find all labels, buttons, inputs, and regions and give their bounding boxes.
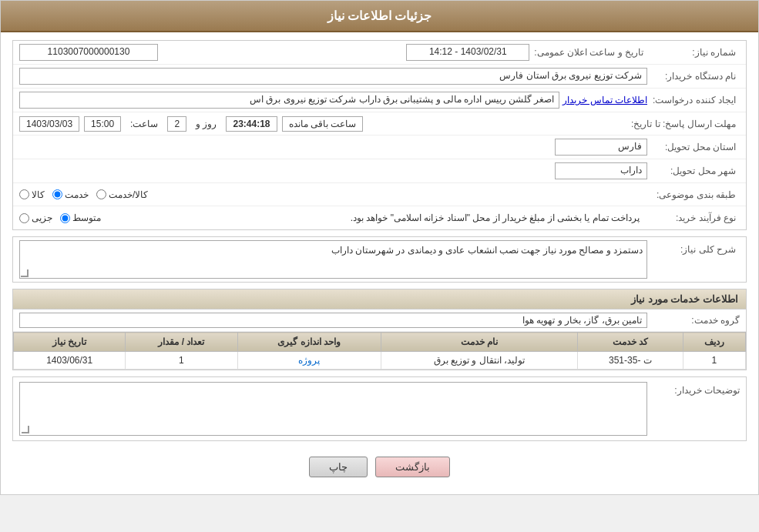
procurement-label: نوع فرآیند خرید: — [647, 212, 740, 223]
col-service-code: کد خدمت — [577, 333, 683, 352]
creator-row: ایجاد کننده درخواست: اطلاعات تماس خریدار… — [13, 89, 746, 112]
table-cell-0: 1 — [683, 352, 745, 370]
need-number-row: شماره نیاز: تاریخ و ساعت اعلان عمومی: 14… — [13, 41, 746, 65]
category-khedmat-label: خدمت — [65, 189, 89, 200]
back-button[interactable]: بازگشت — [375, 457, 450, 477]
deadline-time: 15:00 — [84, 116, 121, 132]
city-value: داراب — [555, 162, 647, 179]
services-table: ردیف کد خدمت نام خدمت واحد اندازه گیری ت… — [13, 332, 746, 370]
resize-handle[interactable] — [21, 269, 29, 277]
category-kala-radio[interactable] — [19, 189, 29, 199]
category-khedmat-radio[interactable] — [52, 189, 62, 199]
category-kala-label: کالا — [32, 189, 45, 200]
table-cell-4: 1 — [126, 352, 237, 370]
buyer-desc-content: توضیحات خریدار: — [13, 377, 746, 440]
category-label: طبقه بندی موضوعی: — [647, 189, 740, 200]
buyer-desc-box[interactable] — [19, 382, 647, 436]
need-desc-label: شرح کلی نیاز: — [647, 240, 740, 255]
city-row: شهر محل تحویل: داراب — [13, 159, 746, 183]
services-section: اطلاعات خدمات مورد نیاز گروه خدمت: تامین… — [12, 289, 747, 370]
need-number-value: 1103007000000130 — [19, 44, 158, 61]
table-row: 1ت -35-351تولید، انتقال و توزیع برقپروژه… — [14, 352, 746, 370]
province-value: فارس — [555, 139, 647, 156]
services-header: اطلاعات خدمات مورد نیاز — [13, 289, 746, 309]
announce-label: تاریخ و ساعت اعلان عمومی: — [534, 47, 647, 58]
service-group-row: گروه خدمت: تامین برق، گاز، بخار و تهویه … — [13, 309, 746, 332]
time-label: ساعت: — [126, 117, 163, 131]
deadline-row: مهلت ارسال پاسخ: تا تاریخ: ساعت باقی مان… — [13, 112, 746, 136]
main-info-section: شماره نیاز: تاریخ و ساعت اعلان عمومی: 14… — [12, 40, 747, 230]
col-service-name: نام خدمت — [381, 333, 577, 352]
deadline-remaining-label: ساعت باقی مانده — [282, 116, 364, 132]
category-row: طبقه بندی موضوعی: کالا/خدمت خدمت کالا — [13, 183, 746, 206]
buyer-desc-label: توضیحات خریدار: — [647, 382, 740, 396]
service-group-value: تامین برق، گاز، بخار و تهویه هوا — [19, 313, 647, 328]
buyer-desc-resize[interactable] — [22, 426, 29, 433]
category-both-label: کالا/خدمت — [109, 189, 148, 200]
need-desc-row: شرح کلی نیاز: دستمزد و مصالح مورد نیاز ج… — [13, 237, 746, 282]
proc-option-motavasset[interactable]: متوسط — [60, 212, 101, 223]
table-cell-5: 1403/06/31 — [14, 352, 126, 370]
day-label: روز و — [191, 117, 221, 131]
procurement-row: نوع فرآیند خرید: پرداخت تمام یا بخشی از … — [13, 206, 746, 229]
service-group-label: گروه خدمت: — [647, 315, 740, 326]
proc-jozii-radio[interactable] — [19, 213, 29, 223]
page-header: جزئیات اطلاعات نیاز — [1, 1, 758, 32]
table-cell-2: تولید، انتقال و توزیع برق — [381, 352, 577, 370]
deadline-label: مهلت ارسال پاسخ: تا تاریخ: — [631, 119, 740, 129]
table-cell-3: پروژه — [237, 352, 381, 370]
buyer-name-value: شرکت توزیع نیروی برق استان فارس — [19, 68, 647, 85]
need-desc-value: دستمزد و مصالح مورد نیاز جهت نصب انشعاب … — [19, 240, 647, 279]
deadline-date: 1403/03/03 — [19, 116, 79, 132]
col-unit: واحد اندازه گیری — [237, 333, 381, 352]
buyer-name-row: نام دستگاه خریدار: شرکت توزیع نیروی برق … — [13, 65, 746, 89]
category-option-kala[interactable]: کالا — [19, 189, 45, 200]
buyer-desc-section: توضیحات خریدار: — [12, 376, 747, 441]
creator-label: ایجاد کننده درخواست: — [647, 95, 740, 105]
page-title: جزئیات اطلاعات نیاز — [327, 9, 432, 22]
deadline-days: 2 — [167, 116, 186, 132]
need-desc-section: شرح کلی نیاز: دستمزد و مصالح مورد نیاز ج… — [12, 236, 747, 283]
proc-option-jozii[interactable]: جزیی — [19, 212, 52, 223]
proc-motavasset-radio[interactable] — [60, 213, 70, 223]
col-quantity: تعداد / مقدار — [126, 333, 237, 352]
creator-link[interactable]: اطلاعات تماس خریدار — [563, 95, 647, 105]
procurement-desc: پرداخت تمام یا بخشی از مبلغ خریدار از مح… — [109, 212, 647, 223]
col-date: تاریخ نیاز — [14, 333, 126, 352]
proc-motavasset-label: متوسط — [72, 212, 101, 223]
buyer-name-label: نام دستگاه خریدار: — [647, 71, 740, 82]
proc-jozii-label: جزیی — [32, 212, 52, 223]
print-button[interactable]: چاپ — [309, 457, 368, 477]
category-radio-group: کالا/خدمت خدمت کالا — [19, 189, 647, 200]
page-wrapper: جزئیات اطلاعات نیاز شماره نیاز: تاریخ و … — [0, 0, 759, 495]
province-label: استان محل تحویل: — [647, 142, 740, 152]
category-option-khedmat[interactable]: خدمت — [52, 189, 89, 200]
button-row: بازگشت چاپ — [12, 447, 747, 487]
announce-value: 1403/02/31 - 14:12 — [406, 44, 529, 61]
need-number-label: شماره نیاز: — [647, 47, 740, 58]
category-option-both[interactable]: کالا/خدمت — [96, 189, 148, 200]
city-label: شهر محل تحویل: — [647, 166, 740, 176]
table-cell-1: ت -35-351 — [577, 352, 683, 370]
province-row: استان محل تحویل: فارس — [13, 136, 746, 159]
category-both-radio[interactable] — [96, 189, 106, 199]
creator-value: اصغر گلشن رییس اداره مالی و پشتیبانی برق… — [19, 92, 559, 109]
content-area: شماره نیاز: تاریخ و ساعت اعلان عمومی: 14… — [1, 32, 758, 494]
deadline-timer: 23:44:18 — [226, 116, 277, 132]
col-row-num: ردیف — [683, 333, 745, 352]
